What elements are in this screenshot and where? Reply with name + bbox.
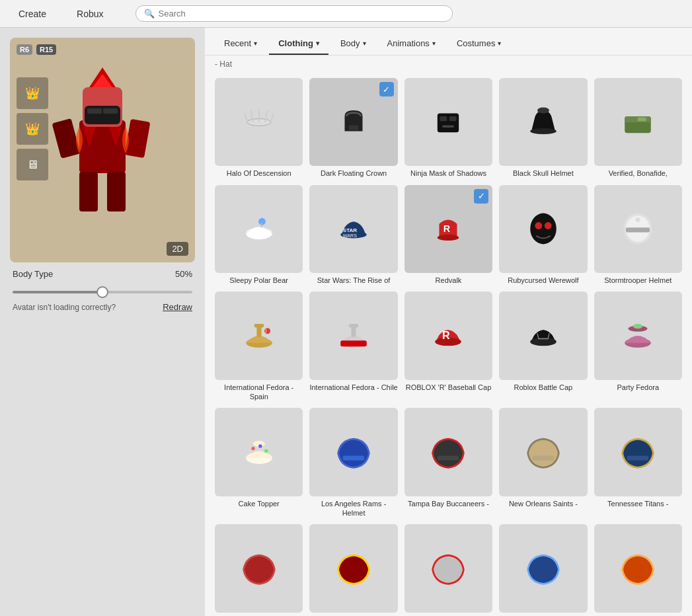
avatar-thumb-3[interactable]: 🖥 — [17, 149, 48, 180]
create-nav[interactable]: Create — [13, 6, 52, 22]
redraw-button[interactable]: Redraw — [163, 302, 192, 312]
item-name: Roblox Battle Cap — [514, 383, 573, 392]
svg-rect-10 — [103, 108, 118, 114]
item-card[interactable]: NFL Helmet 5 — [594, 524, 682, 616]
item-thumbnail — [594, 291, 682, 379]
tab-animations-label: Animations — [387, 38, 430, 48]
svg-text:WARS: WARS — [343, 233, 358, 239]
item-card[interactable]: Ninja Mask of Shadows — [404, 78, 492, 178]
item-name: Halo Of Descension — [227, 169, 291, 178]
svg-line-13 — [271, 113, 274, 122]
item-thumbnail — [309, 524, 397, 612]
svg-rect-50 — [340, 340, 367, 346]
tab-costumes[interactable]: Costumes ▾ — [447, 34, 511, 55]
item-card[interactable]: Tampa Bay Buccaneers - — [404, 408, 492, 518]
avatar-error-row: Avatar isn't loading correctly? Redraw — [10, 302, 195, 312]
item-card[interactable]: NFL Helmet 4 — [499, 524, 587, 616]
svg-point-37 — [545, 223, 552, 230]
svg-point-22 — [530, 128, 557, 134]
tab-costumes-chevron: ▾ — [498, 40, 501, 47]
item-card[interactable]: Party Fedora — [594, 291, 682, 401]
item-thumbnail — [499, 524, 587, 612]
body-type-slider[interactable] — [13, 291, 192, 293]
top-nav: Create Robux 🔍 — [0, 0, 692, 28]
item-thumbnail — [404, 524, 492, 612]
svg-rect-5 — [107, 172, 126, 212]
right-panel: Recent ▾ Clothing ▾ Body ▾ Animations ▾ … — [205, 28, 692, 616]
item-name: Ninja Mask of Shadows — [410, 169, 486, 178]
item-card[interactable]: NFL Helmet 1 — [215, 524, 303, 616]
item-thumbnail — [499, 408, 587, 496]
svg-rect-65 — [438, 455, 459, 460]
item-card[interactable]: Sleepy Polar Bear — [215, 185, 303, 286]
item-thumbnail — [215, 185, 303, 273]
item-card[interactable]: New Orleans Saints - — [499, 408, 587, 518]
avatar-thumb-1[interactable]: 👑 — [17, 77, 48, 109]
svg-text:R: R — [443, 223, 451, 234]
svg-point-23 — [537, 107, 549, 113]
sub-filter: - Hat — [205, 56, 692, 73]
item-thumbnail — [215, 524, 303, 612]
svg-rect-4 — [79, 172, 98, 212]
item-card[interactable]: International Fedora - Spain — [215, 291, 303, 401]
item-card[interactable]: STARWARSStar Wars: The Rise of — [309, 185, 397, 286]
item-card[interactable]: Verified, Bonafide, — [594, 78, 682, 178]
item-card[interactable]: Tennessee Titans - — [594, 408, 682, 518]
item-card[interactable]: RROBLOX 'R' Baseball Cap — [404, 291, 492, 401]
svg-point-45 — [264, 328, 270, 334]
robux-nav[interactable]: Robux — [71, 6, 108, 22]
item-thumbnail: STARWARS — [309, 185, 397, 273]
item-card[interactable]: ✓Dark Floating Crown — [309, 78, 397, 178]
item-thumbnail — [594, 408, 682, 496]
svg-rect-46 — [266, 328, 266, 333]
side-thumbs: 👑 👑 🖥 — [17, 77, 48, 180]
avatar-thumb-2[interactable]: 👑 — [17, 113, 48, 145]
svg-point-59 — [251, 447, 254, 450]
item-thumbnail: R — [404, 291, 492, 379]
tab-animations-chevron: ▾ — [432, 40, 436, 47]
item-thumbnail — [499, 291, 587, 379]
svg-point-56 — [633, 324, 642, 328]
item-card[interactable]: R✓Redvalk — [404, 185, 492, 286]
item-card[interactable]: NFL Helmet 3 — [404, 524, 492, 616]
search-input[interactable] — [159, 9, 444, 19]
item-card[interactable]: Roblox Battle Cap — [499, 291, 587, 401]
tab-recent[interactable]: Recent ▾ — [215, 34, 266, 55]
tab-costumes-label: Costumes — [457, 38, 496, 48]
item-card[interactable]: NFL Helmet 2 — [309, 524, 397, 616]
item-name: Los Angeles Rams - Helmet — [309, 499, 397, 518]
svg-point-33 — [438, 235, 459, 241]
item-thumbnail — [594, 185, 682, 273]
item-card[interactable]: International Fedora - Chile — [309, 291, 397, 401]
svg-rect-49 — [349, 324, 358, 327]
2d-badge: 2D — [167, 242, 188, 256]
svg-rect-18 — [438, 113, 459, 132]
item-card[interactable]: Cake Topper — [215, 408, 303, 518]
selected-check: ✓ — [379, 82, 394, 96]
tab-animations[interactable]: Animations ▾ — [378, 34, 445, 55]
svg-rect-69 — [627, 455, 648, 460]
svg-rect-26 — [638, 117, 646, 120]
avatar-container: R6 R15 👑 👑 🖥 — [10, 38, 195, 262]
svg-point-41 — [636, 217, 640, 222]
tab-clothing[interactable]: Clothing ▾ — [269, 34, 328, 55]
item-card[interactable]: Stormtrooper Helmet — [594, 185, 682, 286]
item-card[interactable]: Los Angeles Rams - Helmet — [309, 408, 397, 518]
selected-check: ✓ — [474, 189, 488, 204]
item-name: International Fedora - Chile — [309, 383, 397, 392]
svg-rect-17 — [349, 125, 358, 130]
svg-point-36 — [535, 223, 542, 230]
item-card[interactable]: Black Skull Helmet — [499, 78, 587, 178]
item-name: International Fedora - Spain — [215, 383, 303, 402]
tab-body[interactable]: Body ▾ — [331, 34, 375, 55]
tab-clothing-chevron: ▾ — [316, 40, 319, 47]
items-grid: Halo Of Descension✓Dark Floating CrownNi… — [205, 73, 692, 616]
item-card[interactable]: Halo Of Descension — [215, 78, 303, 178]
item-name: Tampa Bay Buccaneers - — [408, 499, 489, 508]
item-thumbnail — [215, 408, 303, 496]
svg-point-35 — [530, 213, 557, 245]
item-name: Stormtrooper Helmet — [604, 276, 672, 285]
main-layout: R6 R15 👑 👑 🖥 — [0, 28, 692, 616]
item-thumbnail — [215, 291, 303, 379]
item-card[interactable]: Rubycursed Werewolf — [499, 185, 587, 286]
